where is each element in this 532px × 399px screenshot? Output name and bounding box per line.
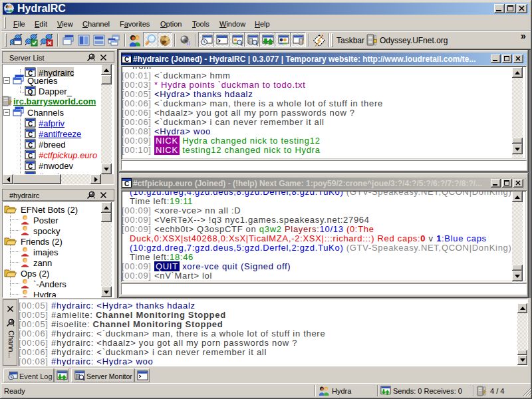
svg-text:C: C xyxy=(28,131,33,138)
svg-text:C: C xyxy=(28,142,33,149)
svg-text:C: C xyxy=(28,120,33,128)
svg-text:Q: Q xyxy=(28,88,33,96)
svg-text:C: C xyxy=(28,163,33,170)
svg-text:C: C xyxy=(28,152,33,160)
